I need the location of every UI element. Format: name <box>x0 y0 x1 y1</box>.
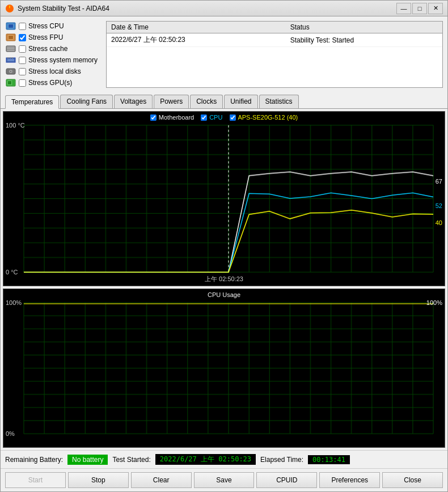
stress-cache-row: Stress cache <box>5 44 102 54</box>
legend-aps-checkbox[interactable] <box>229 114 235 121</box>
app-icon <box>5 4 14 13</box>
log-header-datetime: Date & Time <box>107 22 286 33</box>
temp-time-label: 上午 02:50:23 <box>205 275 243 283</box>
tab-statistics[interactable]: Statistics <box>259 95 299 108</box>
maximize-button[interactable]: □ <box>412 3 427 14</box>
status-bar: Remaining Battery: No battery Test Start… <box>1 450 447 468</box>
svg-rect-9 <box>7 48 15 49</box>
tab-cooling-fans[interactable]: Cooling Fans <box>60 95 113 108</box>
stress-cache-label[interactable]: Stress cache <box>28 45 67 53</box>
legend-cpu: CPU <box>201 114 222 121</box>
tab-unified[interactable]: Unified <box>224 95 257 108</box>
start-button[interactable]: Start <box>5 472 66 488</box>
disk-icon <box>5 67 16 76</box>
window-title: System Stability Test - AIDA64 <box>18 5 396 12</box>
gpu-icon <box>5 78 16 87</box>
stress-memory-row: Stress system memory <box>5 55 102 65</box>
elapsed-label: Elapsed Time: <box>260 456 303 464</box>
charts-area: Motherboard CPU APS-SE20G-512 (40) 100 °… <box>1 109 447 450</box>
log-datetime: 2022/6/27 上午 02:50:23 <box>107 33 286 47</box>
stop-button[interactable]: Stop <box>68 472 129 488</box>
log-header-status: Status <box>286 22 442 33</box>
test-started-label: Test Started: <box>112 456 150 464</box>
legend-aps-label: APS-SE20G-512 (40) <box>238 114 298 121</box>
legend-cpu-label: CPU <box>209 114 222 121</box>
stress-disks-label[interactable]: Stress local disks <box>28 67 81 75</box>
button-bar: Start Stop Clear Save CPUID Preferences … <box>1 468 447 491</box>
legend-aps: APS-SE20G-512 (40) <box>229 114 298 121</box>
table-row: 2022/6/27 上午 02:50:23 Stability Test: St… <box>107 33 442 47</box>
svg-point-18 <box>10 71 11 72</box>
stress-disks-row: Stress local disks <box>5 66 102 77</box>
temp-value-52: 52 <box>436 202 442 209</box>
svg-rect-13 <box>10 57 11 58</box>
cache-icon <box>5 44 16 53</box>
cpu-chart-title: CPU Usage <box>208 291 240 298</box>
save-button[interactable]: Save <box>194 472 255 488</box>
legend-motherboard-checkbox[interactable] <box>150 114 157 121</box>
legend-cpu-checkbox[interactable] <box>201 114 207 121</box>
stress-cache-checkbox[interactable] <box>19 45 26 53</box>
stress-cpu-checkbox[interactable] <box>19 23 26 30</box>
top-panel: Stress CPU Stress FPU <box>1 16 447 92</box>
title-bar: System Stability Test - AIDA64 — □ ✕ <box>1 1 447 16</box>
svg-rect-12 <box>7 57 9 58</box>
svg-rect-10 <box>7 50 15 51</box>
stress-fpu-row: Stress FPU <box>5 32 102 43</box>
minimize-button[interactable]: — <box>396 3 411 14</box>
legend-motherboard-label: Motherboard <box>159 114 194 121</box>
cpu-canvas <box>3 289 445 447</box>
main-window: System Stability Test - AIDA64 — □ ✕ Str… <box>0 0 448 492</box>
temp-y-min: 0 °C <box>6 269 18 275</box>
stress-options: Stress CPU Stress FPU <box>5 21 102 88</box>
clear-button[interactable]: Clear <box>131 472 192 488</box>
tab-voltages[interactable]: Voltages <box>114 95 153 108</box>
svg-rect-14 <box>12 57 13 58</box>
window-controls: — □ ✕ <box>396 3 443 14</box>
cpu-y-max-left: 100% <box>6 299 22 306</box>
stress-cpu-row: Stress CPU <box>5 21 102 31</box>
temp-canvas <box>3 112 445 286</box>
stress-cpu-label[interactable]: Stress CPU <box>28 22 64 30</box>
elapsed-value: 00:13:41 <box>308 455 350 464</box>
stress-memory-label[interactable]: Stress system memory <box>28 56 98 64</box>
stress-gpu-label[interactable]: Stress GPU(s) <box>28 79 72 87</box>
stress-fpu-checkbox[interactable] <box>19 34 26 41</box>
log-panel: Date & Time Status 2022/6/27 上午 02:50:23… <box>106 21 443 88</box>
close-window-button[interactable]: ✕ <box>428 3 443 14</box>
cpu-icon <box>5 22 16 31</box>
svg-rect-8 <box>7 46 15 48</box>
stress-fpu-label[interactable]: Stress FPU <box>28 33 63 41</box>
svg-rect-21 <box>8 81 11 84</box>
cpu-usage-chart: CPU Usage 100% 0% 100% <box>3 289 445 448</box>
stress-memory-checkbox[interactable] <box>19 57 26 64</box>
stress-gpu-checkbox[interactable] <box>19 79 26 87</box>
battery-value: No battery <box>67 455 108 465</box>
temp-value-40: 40 <box>436 219 442 226</box>
svg-rect-15 <box>7 59 14 61</box>
legend-motherboard: Motherboard <box>150 114 194 121</box>
test-started-value: 2022/6/27 上午 02:50:23 <box>155 454 256 465</box>
battery-label: Remaining Battery: <box>5 456 63 464</box>
cpu-y-min: 0% <box>6 430 15 437</box>
preferences-button[interactable]: Preferences <box>319 472 380 488</box>
svg-rect-22 <box>12 80 14 85</box>
memory-icon <box>5 56 16 65</box>
svg-rect-3 <box>9 24 13 28</box>
temperature-chart: Motherboard CPU APS-SE20G-512 (40) 100 °… <box>3 111 445 286</box>
log-table: Date & Time Status 2022/6/27 上午 02:50:23… <box>107 22 442 47</box>
svg-rect-6 <box>9 36 13 39</box>
cpu-value-right: 100% <box>426 299 442 306</box>
cpuid-button[interactable]: CPUID <box>256 472 317 488</box>
temp-value-67: 67 <box>436 178 442 185</box>
tab-temperatures[interactable]: Temperatures <box>5 95 59 109</box>
tab-powers[interactable]: Powers <box>154 95 189 108</box>
temp-y-max: 100 °C <box>6 122 25 129</box>
stress-gpu-row: Stress GPU(s) <box>5 78 102 88</box>
temp-legend: Motherboard CPU APS-SE20G-512 (40) <box>150 114 298 121</box>
log-status: Stability Test: Started <box>286 33 442 47</box>
close-button[interactable]: Close <box>382 472 443 488</box>
stress-disks-checkbox[interactable] <box>19 68 26 75</box>
tab-clocks[interactable]: Clocks <box>190 95 223 108</box>
tabs-bar: Temperatures Cooling Fans Voltages Power… <box>1 92 447 109</box>
